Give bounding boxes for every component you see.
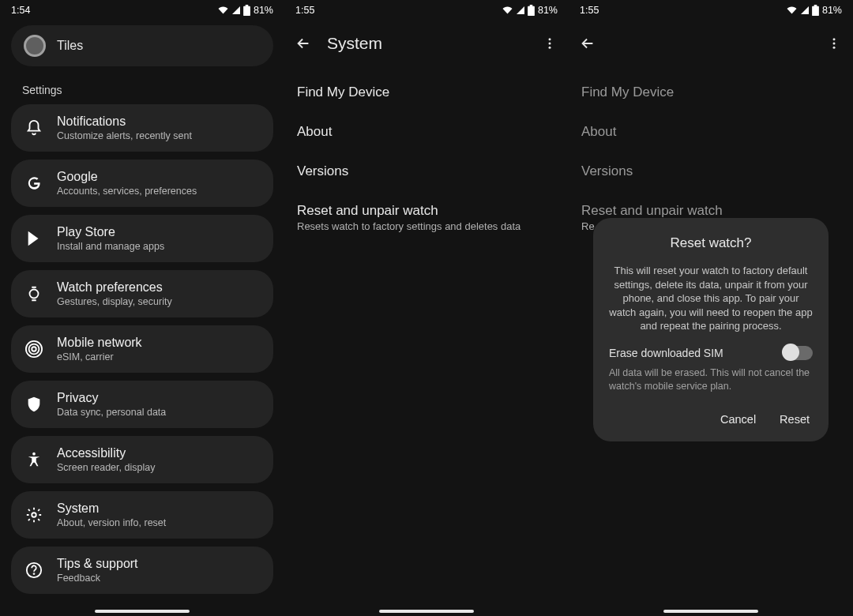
row-reset-unpair[interactable]: Reset and unpair watch Resets watch to f… — [284, 191, 569, 244]
google-icon — [25, 175, 43, 192]
arrow-back-icon — [295, 35, 312, 52]
item-tips-support[interactable]: Tips & supportFeedback — [11, 547, 273, 594]
signal-icon — [231, 6, 242, 15]
dialog-scrim[interactable]: Reset watch? This will reset your watch … — [569, 0, 853, 616]
wifi-icon — [502, 6, 513, 15]
accessibility-icon — [25, 451, 43, 468]
nav-bar[interactable] — [569, 610, 853, 613]
reset-button[interactable]: Reset — [776, 408, 813, 430]
row-about[interactable]: About — [284, 112, 569, 152]
system-list: Find My Device About Versions Reset and … — [284, 66, 569, 250]
watch-icon — [25, 285, 43, 302]
screen-3-dialog: 1:55 81% Find My Device About Versions R… — [569, 0, 853, 616]
status-bar: 1:54 81% — [0, 0, 284, 21]
dialog-note: All data will be erased. This will not c… — [609, 366, 813, 393]
svg-point-8 — [549, 38, 551, 40]
section-label: Settings — [22, 84, 284, 96]
item-mobile-network[interactable]: Mobile networkeSIM, carrier — [11, 325, 273, 373]
status-icons: 81% — [502, 5, 558, 16]
app-bar: System — [284, 21, 569, 66]
cancel-button[interactable]: Cancel — [717, 408, 759, 430]
item-play-store[interactable]: Play StoreInstall and manage apps — [11, 215, 273, 262]
svg-point-1 — [32, 347, 36, 351]
more-button[interactable] — [540, 36, 559, 51]
svg-point-2 — [29, 344, 39, 355]
status-bar: 1:55 81% — [284, 0, 569, 21]
gear-icon — [25, 506, 43, 524]
item-google[interactable]: GoogleAccounts, services, preferences — [11, 160, 273, 207]
row-versions[interactable]: Versions — [284, 152, 569, 191]
svg-point-9 — [549, 43, 551, 45]
tiles-label: Tiles — [57, 39, 83, 53]
screen-1-settings: 1:54 81% Tiles Settings NotificationsCus… — [0, 0, 284, 616]
nav-bar[interactable] — [284, 610, 569, 613]
tiles-icon — [24, 35, 46, 57]
clock: 1:55 — [295, 5, 314, 16]
battery-text: 81% — [538, 5, 558, 16]
reset-dialog: Reset watch? This will reset your watch … — [593, 218, 829, 441]
svg-point-0 — [30, 290, 39, 299]
row-find-my-device[interactable]: Find My Device — [284, 73, 569, 112]
more-vert-icon — [543, 36, 557, 51]
item-system[interactable]: SystemAbout, version info, reset — [11, 491, 273, 539]
screen-2-system: 1:55 81% System Find My Device About Ver… — [284, 0, 569, 616]
network-icon — [25, 340, 43, 358]
shield-icon — [25, 396, 43, 413]
wifi-icon — [217, 6, 229, 15]
tiles-row[interactable]: Tiles — [11, 25, 273, 66]
erase-sim-toggle-row: Erase downloaded SIM — [609, 346, 813, 360]
svg-point-4 — [32, 453, 36, 456]
item-watch-preferences[interactable]: Watch preferencesGestures, display, secu… — [11, 270, 273, 317]
battery-icon — [243, 5, 250, 16]
svg-point-7 — [34, 573, 35, 574]
dialog-actions: Cancel Reset — [609, 408, 813, 430]
settings-list: NotificationsCustomize alerts, recently … — [0, 104, 284, 594]
svg-point-5 — [32, 513, 36, 517]
item-accessibility[interactable]: AccessibilityScreen reader, display — [11, 436, 273, 483]
play-store-icon — [25, 230, 43, 247]
svg-point-10 — [549, 47, 551, 49]
toggle-label: Erase downloaded SIM — [609, 347, 723, 359]
nav-bar[interactable] — [0, 610, 284, 613]
item-notifications[interactable]: NotificationsCustomize alerts, recently … — [11, 104, 273, 152]
erase-sim-switch[interactable] — [783, 346, 813, 360]
item-privacy[interactable]: PrivacyData sync, personal data — [11, 381, 273, 428]
bell-icon — [25, 119, 43, 137]
clock: 1:54 — [11, 5, 30, 16]
dialog-body: This will reset your watch to factory de… — [609, 264, 813, 333]
status-icons: 81% — [217, 5, 273, 16]
signal-icon — [515, 6, 526, 15]
back-button[interactable] — [294, 34, 313, 53]
question-icon — [25, 562, 43, 579]
battery-text: 81% — [254, 5, 273, 16]
battery-icon — [528, 5, 535, 16]
dialog-title: Reset watch? — [609, 235, 813, 251]
page-title: System — [327, 34, 526, 53]
